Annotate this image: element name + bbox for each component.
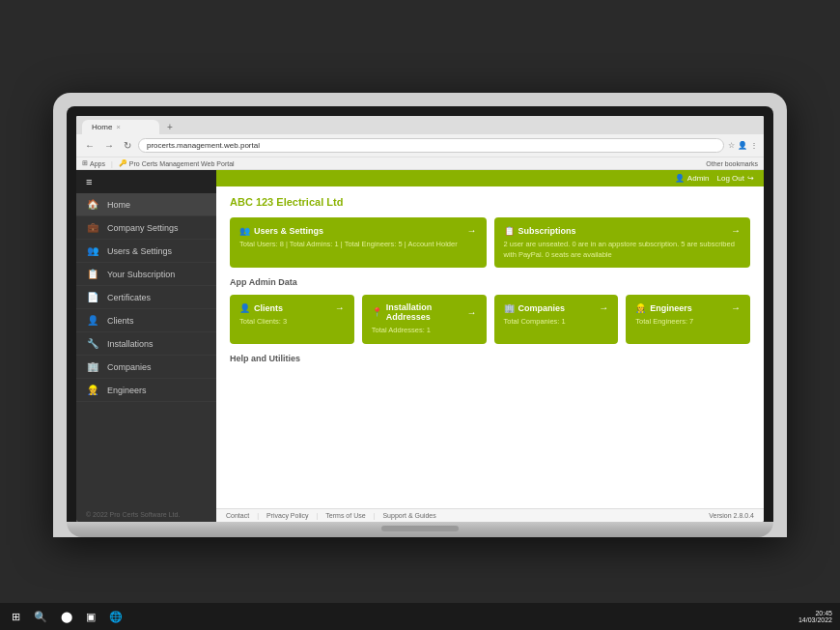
sidebar-hamburger[interactable]: ≡ [76,170,216,193]
engineers-card-body: Total Engineers: 7 [635,317,741,328]
laptop-screen-area: Home × + ← → ↻ procerts.management.web.p… [53,93,787,537]
clients-card[interactable]: 👤 Clients → Total Clients: 3 [230,295,354,344]
app-footer: Contact | Privacy Policy | Terms of Use … [216,508,764,522]
content-area: ABC 123 Electrical Ltd 👥 Users & Setting… [216,186,764,508]
clients-icon: 👤 [86,315,99,326]
users-settings-card[interactable]: 👥 Users & Settings → Total Users: 8 | To… [230,217,487,268]
sidebar-item-companies[interactable]: 🏢 Companies [76,356,216,379]
admin-icon: 👤 [675,174,685,183]
browser-tab-home[interactable]: Home × [82,120,159,134]
sidebar-label-companies: Companies [107,362,152,372]
sidebar-item-subscription[interactable]: 📋 Your Subscription [76,263,216,286]
sidebar-label-clients: Clients [107,316,134,326]
bookmark-portal[interactable]: 🔑 Pro Certs Management Web Portal [119,159,235,167]
footer-version: Version 2.8.0.4 [709,512,754,519]
app-container: ≡ 🏠 Home 💼 Company Settings 👥 Users [76,170,764,522]
engineers-icon: 👷 [86,385,99,395]
sidebar-item-users-settings[interactable]: 👥 Users & Settings [76,240,216,263]
screen: Home × + ← → ↻ procerts.management.web.p… [76,116,764,522]
sidebar-label-users-settings: Users & Settings [107,246,172,256]
browser-nav: ← → ↻ procerts.management.web.portal ☆ 👤… [76,134,764,157]
card-header-companies: 🏢 Companies → [504,302,609,313]
sidebar-label-subscription: Your Subscription [107,270,175,279]
footer-support[interactable]: Support & Guides [382,512,435,519]
card-header-users: 👥 Users & Settings → [239,225,477,236]
users-card-icon: 👥 [239,226,250,236]
back-button[interactable]: ← [82,139,98,152]
bookmark-apps[interactable]: ⊞ Apps [82,159,105,167]
engineers-card[interactable]: 👷 Engineers → Total Engineers: 7 [626,295,750,344]
new-tab-button[interactable]: + [161,120,179,134]
companies-icon: 🏢 [86,361,99,372]
card-header-engineers: 👷 Engineers → [635,302,741,313]
menu-icon: ⋮ [750,141,758,150]
users-card-body: Total Users: 8 | Total Admins: 1 | Total… [239,240,477,250]
sidebar-item-company-settings[interactable]: 💼 Company Settings [76,216,216,240]
taskbar-date: 14/03/2022 [798,616,832,623]
bookmark-icon: ☆ [728,141,735,150]
other-bookmarks[interactable]: Other bookmarks [706,160,758,167]
apps-grid-icon: ⊞ [82,159,88,167]
forward-button[interactable]: → [101,139,117,152]
sidebar-item-engineers[interactable]: 👷 Engineers [76,379,216,402]
footer-contact[interactable]: Contact [226,512,249,519]
section-help: Help and Utilities [230,354,750,363]
admin-label: Admin [687,174,710,183]
address-bar[interactable]: procerts.management.web.portal [138,138,724,153]
sidebar-item-clients[interactable]: 👤 Clients [76,309,216,332]
sidebar-label-installations: Installations [107,339,154,349]
engineers-card-icon: 👷 [635,303,646,313]
start-button[interactable]: ⊞ [8,609,24,625]
installations-icon: 🔧 [86,338,99,349]
address-text: procerts.management.web.portal [147,141,260,150]
card-header-subscriptions: 📋 Subscriptions → [504,225,742,236]
portal-label: Pro Certs Management Web Portal [129,160,235,167]
taskbar-time: 20:45 [815,610,832,616]
sidebar-item-certificates[interactable]: 📄 Certificates [76,286,216,309]
logout-icon: ↪ [747,174,754,183]
nav-icons: ☆ 👤 ⋮ [728,141,758,150]
search-taskbar-icon[interactable]: 🔍 [30,609,51,625]
card-title-subscriptions: 📋 Subscriptions [504,226,576,236]
browser-taskbar-icon[interactable]: 🌐 [105,609,126,625]
clients-card-arrow: → [335,302,345,313]
bookmarks-bar: ⊞ Apps | 🔑 Pro Certs Management Web Port… [76,157,764,169]
refresh-button[interactable]: ↻ [121,139,134,152]
card-header-addresses: 📍 Installation Addresses → [372,302,477,322]
cards-row-2: 👤 Clients → Total Clients: 3 [230,295,750,344]
subscriptions-card[interactable]: 📋 Subscriptions → 2 user are unseated. 0… [494,217,751,268]
task-view-icon[interactable]: ⬤ [57,609,76,625]
company-settings-icon: 💼 [86,222,99,233]
companies-card[interactable]: 🏢 Companies → Total Companies: 1 [494,295,619,344]
subscriptions-card-icon: 📋 [504,226,515,236]
cards-row-1: 👥 Users & Settings → Total Users: 8 | To… [230,217,750,268]
footer-terms[interactable]: Terms of Use [325,512,365,519]
sidebar-label-home: Home [107,200,130,210]
installation-addresses-card[interactable]: 📍 Installation Addresses → Total Address… [362,295,487,344]
apps-label: Apps [90,160,105,167]
sidebar-item-installations[interactable]: 🔧 Installations [76,332,216,356]
laptop-shell: Home × + ← → ↻ procerts.management.web.p… [43,93,797,537]
addresses-card-arrow: → [467,307,477,318]
file-explorer-icon[interactable]: ▣ [82,609,99,625]
clients-card-icon: 👤 [239,303,250,313]
tab-close-button[interactable]: × [116,123,121,131]
footer-links: Contact | Privacy Policy | Terms of Use … [226,512,436,519]
footer-privacy[interactable]: Privacy Policy [266,512,309,519]
logout-button[interactable]: Log Out ↪ [717,174,754,183]
laptop-base [67,522,773,537]
sidebar-label-certificates: Certificates [107,293,151,302]
taskbar-clock: 20:45 14/03/2022 [798,610,832,623]
companies-card-body: Total Companies: 1 [504,317,609,328]
engineers-card-arrow: → [731,302,741,313]
portal-favicon: 🔑 [119,159,127,167]
sidebar-item-home[interactable]: 🏠 Home [76,193,216,216]
sidebar-footer: © 2022 Pro Certs Software Ltd. [76,507,216,522]
main-content: 👤 Admin Log Out ↪ ABC 123 Electrical Ltd [216,170,764,522]
users-settings-icon: 👥 [86,245,99,256]
companies-card-icon: 🏢 [504,303,515,313]
home-icon: 🏠 [86,199,99,210]
admin-button[interactable]: 👤 Admin [675,174,710,183]
users-card-arrow: → [467,225,477,236]
clients-card-body: Total Clients: 3 [239,317,345,328]
